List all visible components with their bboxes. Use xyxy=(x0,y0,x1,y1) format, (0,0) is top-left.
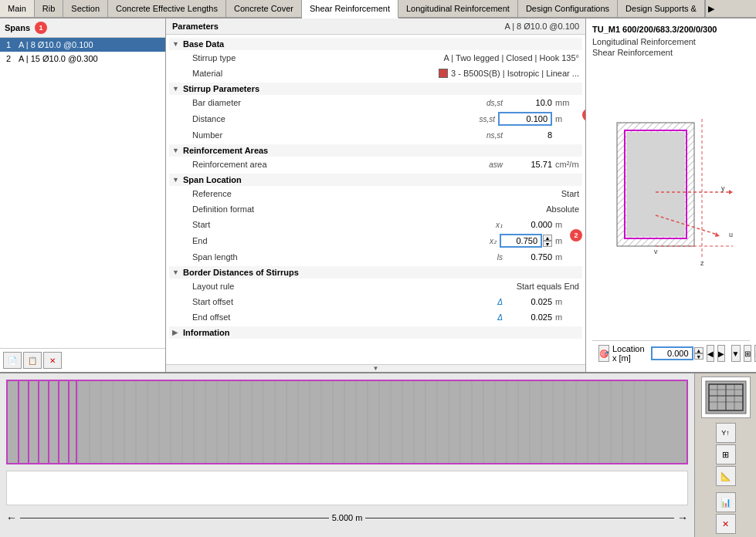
base-data-header[interactable]: ▼ Base Data xyxy=(169,38,582,50)
table-btn[interactable]: 📊 xyxy=(716,492,736,512)
material-row: Material 3 - B500S(B) | Isotropic | Line… xyxy=(169,66,582,81)
stirrup-type-value: A | Two legged | Closed | Hook 135° xyxy=(444,53,579,62)
border-distances-section: ▼ Border Distances of Stirrups Layout ru… xyxy=(169,266,582,325)
information-expand-icon: ▶ xyxy=(172,329,180,336)
end-input[interactable]: 0.750 xyxy=(500,234,542,248)
reinf-areas-header[interactable]: ▼ Reinforcement Areas xyxy=(169,144,582,157)
dimension-line-2 xyxy=(365,518,674,518)
view-y-btn[interactable]: Y↑ xyxy=(716,423,736,443)
reinf-areas-expand-icon: ▼ xyxy=(172,147,180,154)
svg-marker-7 xyxy=(729,190,733,194)
location-input[interactable]: 0.000 xyxy=(651,346,693,360)
location-spinner-down[interactable]: ▼ xyxy=(694,353,703,360)
reinf-areas-section: ▼ Reinforcement Areas Reinforcement area… xyxy=(169,144,582,172)
filter-btn[interactable]: ▼ xyxy=(731,345,741,362)
location-icon-btn[interactable]: 🎯 xyxy=(598,345,609,362)
tab-concrete-cover[interactable]: Concrete Cover xyxy=(226,0,302,17)
number-row: Number ns,st 8 xyxy=(169,127,582,143)
location-spinner-up[interactable]: ▲ xyxy=(694,347,703,353)
dimension-line xyxy=(20,518,329,518)
info-line1: Longitudinal Reinforcement xyxy=(592,37,750,46)
information-header[interactable]: ▶ Information xyxy=(169,326,582,339)
stirrup-params-section: ▼ Stirrup Parameters Bar diameter ds,st … xyxy=(169,83,582,143)
stirrup-type-row: Stirrup type A | Two legged | Closed | H… xyxy=(169,50,582,66)
end-spinner-down[interactable]: ▼ xyxy=(543,241,552,247)
span-label-2: A | 15 Ø10.0 @0.300 xyxy=(19,54,98,63)
start-offset-unit: m xyxy=(552,297,579,306)
span-length-label: Span length xyxy=(192,252,475,262)
distance-input[interactable]: 0.100 xyxy=(498,112,552,126)
svg-text:v: v xyxy=(654,248,658,255)
dimension-row: ← 5.000 m → xyxy=(6,508,688,527)
tab-longitudinal[interactable]: Longitudinal Reinforcement xyxy=(398,0,518,17)
span-length-unit: m xyxy=(552,252,579,262)
material-swatch xyxy=(439,69,448,78)
base-data-expand-icon: ▼ xyxy=(172,40,180,48)
location-toolbar: 🎯 Location x [m] 0.000 ▲ ▼ ◀ ▶ ▼ ⊞ 📷 🖨 ▼ xyxy=(592,340,750,366)
span-location-header[interactable]: ▼ Span Location xyxy=(169,174,582,186)
view-icon-btn1[interactable]: ⊞ xyxy=(716,444,736,464)
end-offset-symbol: Δ xyxy=(475,313,506,322)
location-next-btn[interactable]: ▶ xyxy=(717,345,725,362)
arrow-left-icon: ← xyxy=(6,512,17,524)
def-format-row: Definition format Absolute xyxy=(169,201,582,217)
material-value: 3 - B500S(B) | Isotropic | Linear ... xyxy=(451,69,579,78)
scroll-bottom: ▼ xyxy=(166,364,585,372)
location-spinner: ▲ ▼ xyxy=(694,347,703,360)
copy-span-button[interactable]: 📋 xyxy=(23,352,42,369)
spans-list: 1 A | 8 Ø10.0 @0.100 2 A | 15 Ø10.0 @0.3… xyxy=(0,38,165,348)
tab-design-supports[interactable]: Design Supports & xyxy=(618,0,705,17)
upper-section: Spans 1 1 A | 8 Ø10.0 @0.100 2 A | 15 Ø1… xyxy=(0,19,756,373)
stirrup-params-header[interactable]: ▼ Stirrup Parameters xyxy=(169,83,582,95)
start-offset-value: 0.025 xyxy=(506,297,552,306)
empty-chart-1 xyxy=(6,471,688,505)
information-title: Information xyxy=(183,328,230,337)
info-model-title: TU_M1 600/200/683.3/200/0/300 xyxy=(592,25,750,34)
span-item-2[interactable]: 2 A | 15 Ø10.0 @0.300 xyxy=(0,52,165,66)
view-icon-btn2[interactable]: 📐 xyxy=(716,466,736,486)
start-offset-symbol: Δ xyxy=(475,298,506,306)
tab-concrete-effective[interactable]: Concrete Effective Lengths xyxy=(108,0,226,17)
location-prev-btn[interactable]: ◀ xyxy=(707,345,714,362)
base-data-section: ▼ Base Data Stirrup type A | Two legged … xyxy=(169,38,582,81)
tab-design-config[interactable]: Design Configurations xyxy=(518,0,618,17)
add-span-button[interactable]: 📄 xyxy=(3,352,22,369)
reinf-area-row: Reinforcement area asw 15.71 cm²/m xyxy=(169,157,582,172)
layout-rule-label: Layout rule xyxy=(192,282,517,291)
reinf-area-symbol: asw xyxy=(475,160,506,169)
end-spinner-up[interactable]: ▲ xyxy=(543,235,552,241)
start-label: Start xyxy=(192,220,475,229)
spans-header: Spans 1 xyxy=(0,19,165,38)
svg-rect-3 xyxy=(626,132,685,237)
border-distances-header[interactable]: ▼ Border Distances of Stirrups xyxy=(169,266,582,279)
end-symbol: x₂ xyxy=(469,237,500,245)
span-location-expand-icon: ▼ xyxy=(172,176,180,184)
def-format-value: Absolute xyxy=(546,204,579,214)
distance-badge: 3 xyxy=(582,109,585,121)
span-location-title: Span Location xyxy=(183,175,242,184)
tab-scroll-right[interactable]: ▶ xyxy=(705,0,717,17)
reinf-areas-title: Reinforcement Areas xyxy=(183,146,268,155)
tab-shear[interactable]: Shear Reinforcement xyxy=(302,0,398,19)
stirrup-type-label: Stirrup type xyxy=(192,53,444,62)
reinf-area-unit: cm²/m xyxy=(552,160,579,169)
span-label-1: A | 8 Ø10.0 @0.100 xyxy=(19,40,93,49)
tab-main[interactable]: Main xyxy=(0,0,35,17)
reference-row: Reference Start xyxy=(169,186,582,201)
delete-span-button[interactable]: ✕ xyxy=(43,352,62,369)
params-header: Parameters A | 8 Ø10.0 @0.100 xyxy=(166,19,585,35)
start-value: 0.000 xyxy=(506,220,552,229)
reinf-area-value: 15.71 xyxy=(506,160,552,169)
border-distances-expand-icon: ▼ xyxy=(172,268,180,276)
tab-section[interactable]: Section xyxy=(63,0,108,17)
span-item-1[interactable]: 1 A | 8 Ø10.0 @0.100 xyxy=(0,38,165,52)
beam-rest-section xyxy=(77,381,687,463)
start-row: Start x₁ 0.000 m xyxy=(169,217,582,232)
start-symbol: x₁ xyxy=(475,221,506,229)
spans-title: Spans xyxy=(5,23,30,32)
tab-rib[interactable]: Rib xyxy=(35,0,64,17)
view-btn1[interactable]: ⊞ xyxy=(744,345,751,362)
params-title: Parameters xyxy=(172,22,219,31)
close-red-btn[interactable]: ✕ xyxy=(716,514,736,534)
layout-rule-value: Start equals End xyxy=(517,282,579,291)
